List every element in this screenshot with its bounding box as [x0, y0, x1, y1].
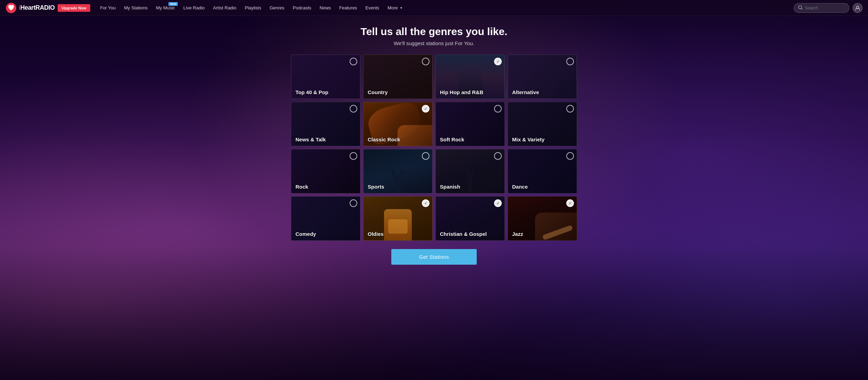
genre-check-rock [350, 152, 357, 160]
nav-for-you[interactable]: For You [96, 0, 120, 16]
nav-my-stations[interactable]: My Stations [120, 0, 152, 16]
genre-check-christian: ✓ [494, 199, 502, 207]
genre-card-hiphop[interactable]: ✓ Hip Hop and R&B [435, 55, 505, 99]
page-subtitle: We'll suggest stations just For You. [394, 40, 474, 46]
get-stations-button[interactable]: Get Stations [391, 249, 477, 265]
nav-podcasts[interactable]: Podcasts [289, 0, 315, 16]
genre-label-top40: Top 40 & Pop [295, 89, 328, 95]
nav-features[interactable]: Features [335, 0, 361, 16]
jukebox-screen [389, 220, 408, 233]
genre-label-dance: Dance [512, 184, 528, 190]
genre-card-dance[interactable]: Dance [508, 149, 577, 193]
genre-card-rock[interactable]: Rock [291, 149, 360, 193]
genre-grid: Top 40 & Pop Country ✓ Hip Hop and R&B A… [291, 55, 577, 241]
genre-label-jazz: Jazz [512, 231, 523, 237]
main-content: Tell us all the genres you like. We'll s… [0, 16, 868, 286]
genre-label-mixvariety: Mix & Variety [512, 137, 544, 142]
logo-icon [6, 2, 17, 14]
genre-check-sports [422, 152, 429, 160]
genre-label-sports: Sports [368, 184, 384, 190]
genre-label-newstalk: News & Talk [295, 137, 326, 142]
genre-label-comedy: Comedy [295, 231, 316, 237]
genre-check-hiphop: ✓ [494, 58, 502, 65]
search-icon [798, 5, 803, 11]
nav-artist-radio[interactable]: Artist Radio [209, 0, 241, 16]
new-badge: NEW [168, 2, 178, 6]
svg-line-2 [801, 8, 802, 9]
genre-check-alternative [566, 58, 574, 65]
guitar-body [398, 125, 432, 146]
genre-label-alternative: Alternative [512, 89, 539, 95]
nav-links: For You My Stations My Music NEW Live Ra… [96, 0, 794, 16]
nav-playlists[interactable]: Playlists [241, 0, 266, 16]
navbar: iHeartRADIO Upgrade Now For You My Stati… [0, 0, 868, 16]
genre-card-alternative[interactable]: Alternative [508, 55, 577, 99]
logo[interactable]: iHeartRADIO [6, 2, 55, 14]
genre-label-christian: Christian & Gospel [440, 231, 487, 237]
genre-label-oldies: Oldies [368, 231, 384, 237]
nav-live-radio[interactable]: Live Radio [179, 0, 209, 16]
logo-heart-text: Heart [20, 4, 36, 11]
upgrade-button[interactable]: Upgrade Now [58, 4, 91, 12]
genre-card-sports[interactable]: Sports [363, 149, 433, 193]
search-bar[interactable] [794, 3, 849, 13]
genre-card-spanish[interactable]: Spanish [435, 149, 505, 193]
genre-label-spanish: Spanish [440, 184, 460, 190]
genre-label-country: Country [368, 89, 388, 95]
genre-card-mixvariety[interactable]: Mix & Variety [508, 102, 577, 146]
genre-card-softrock[interactable]: Soft Rock [435, 102, 505, 146]
genre-check-country [422, 58, 429, 65]
genre-check-oldies: ✓ [422, 199, 429, 207]
logo-text: iHeartRADIO [19, 4, 55, 11]
nav-events[interactable]: Events [361, 0, 383, 16]
user-avatar[interactable] [853, 3, 862, 13]
nav-news[interactable]: News [316, 0, 335, 16]
genre-check-spanish [494, 152, 502, 160]
genre-check-softrock [494, 105, 502, 113]
genre-card-comedy[interactable]: Comedy [291, 196, 360, 241]
genre-card-classicrock[interactable]: ✓ Classic Rock [363, 102, 433, 146]
genre-check-jazz: ✓ [566, 199, 574, 207]
genre-label-hiphop: Hip Hop and R&B [440, 89, 483, 95]
genre-card-top40[interactable]: Top 40 & Pop [291, 55, 360, 99]
genre-check-comedy [350, 199, 357, 207]
performer-silhouette [387, 165, 408, 193]
genre-label-classicrock: Classic Rock [368, 137, 400, 142]
genre-check-classicrock: ✓ [422, 105, 429, 113]
search-input[interactable] [805, 6, 846, 10]
genre-check-newstalk [350, 105, 357, 113]
logo-radio: RADIO [35, 4, 55, 11]
chevron-down-icon: ▾ [400, 6, 402, 10]
genre-card-christian[interactable]: ✓ Christian & Gospel [435, 196, 505, 241]
genre-card-country[interactable]: Country [363, 55, 433, 99]
genre-card-jazz[interactable]: ✓ Jazz [508, 196, 577, 241]
nav-more[interactable]: More ▾ [383, 0, 406, 16]
page-title: Tell us all the genres you like. [361, 26, 508, 38]
genre-label-softrock: Soft Rock [440, 137, 464, 142]
genre-card-oldies[interactable]: ✓ Oldies [363, 196, 433, 241]
genre-card-newstalk[interactable]: News & Talk [291, 102, 360, 146]
genre-check-dance [566, 152, 574, 160]
genre-label-rock: Rock [295, 184, 308, 190]
genre-check-mixvariety [566, 105, 574, 113]
nav-my-music[interactable]: My Music NEW [152, 0, 179, 16]
genre-check-top40 [350, 58, 357, 65]
nav-genres[interactable]: Genres [265, 0, 289, 16]
